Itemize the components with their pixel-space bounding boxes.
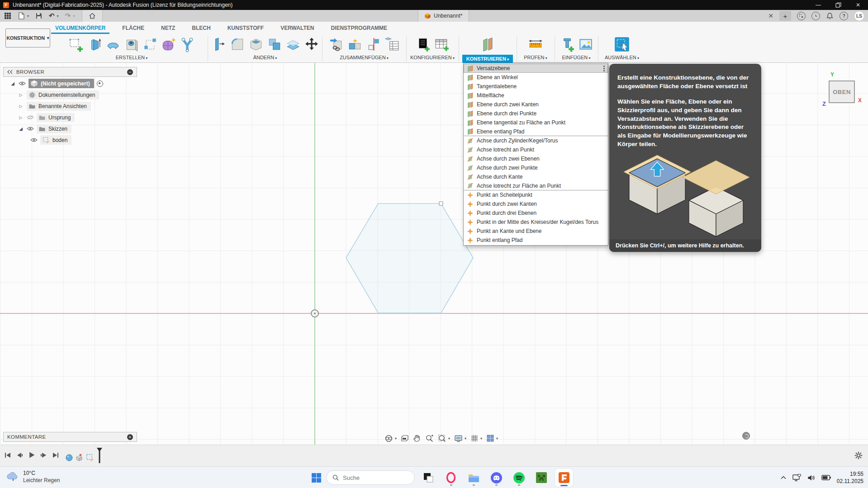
tree-row-ursprung[interactable]: ▷ Ursprung — [3, 112, 103, 123]
group-label-pruefen[interactable]: PRÜFEN — [524, 55, 547, 60]
menu-item[interactable]: Ebene tangential zu Fläche an Punkt — [464, 118, 608, 127]
pipe-icon[interactable] — [180, 37, 195, 52]
tab-flaeche[interactable]: FLÄCHE — [122, 24, 144, 33]
help-icon[interactable]: ? — [840, 12, 848, 20]
insert-fastener-icon[interactable] — [560, 37, 575, 52]
viewports-caret[interactable]: ▾ — [496, 436, 498, 441]
menu-item[interactable]: Ebene an Winkel — [464, 73, 608, 82]
fusion-app-icon[interactable] — [555, 469, 573, 487]
pattern-icon[interactable] — [142, 37, 158, 52]
eye-hidden-icon[interactable] — [27, 115, 34, 120]
tab-verwalten[interactable]: VERWALTEN — [280, 24, 314, 33]
eye-visible-icon[interactable] — [19, 81, 26, 86]
menu-item[interactable]: Ebene entlang Pfad — [464, 127, 608, 136]
viewports-icon[interactable] — [486, 434, 494, 442]
spotify-app-icon[interactable] — [510, 469, 528, 487]
create-form-icon[interactable] — [161, 37, 176, 52]
app-grid-icon[interactable] — [4, 12, 11, 19]
measure-icon[interactable] — [528, 37, 543, 52]
group-label-erstellen[interactable]: ERSTELLEN — [116, 55, 147, 60]
menu-item[interactable]: Punkt an Kante und Ebene — [464, 227, 608, 236]
shell-icon[interactable] — [248, 37, 264, 52]
body-error-feature-icon[interactable] — [76, 454, 83, 461]
save-icon[interactable] — [35, 12, 43, 19]
hexagon-sketch[interactable] — [344, 201, 476, 316]
press-pull-icon[interactable] — [211, 37, 227, 52]
create-sketch-icon[interactable] — [68, 37, 84, 52]
group-label-konstruieren[interactable]: KONSTRUIEREN — [462, 55, 513, 63]
add-comment-button[interactable]: + — [127, 434, 133, 440]
extensions-icon[interactable] — [797, 12, 806, 20]
extrude-icon[interactable] — [87, 37, 102, 52]
comments-panel-header[interactable]: KOMMENTARE + — [3, 432, 137, 442]
new-tab-button[interactable]: + — [779, 11, 791, 21]
menu-item[interactable]: Achse durch zwei Punkte — [464, 163, 608, 172]
menu-item[interactable]: Ebene durch zwei Kanten — [464, 100, 608, 109]
tab-kunststoff[interactable]: KUNSTSTOFF — [228, 24, 264, 33]
menu-item[interactable]: Achse lotrecht zur Fläche an Punkt — [464, 181, 608, 190]
minecraft-app-icon[interactable] — [532, 469, 550, 487]
look-at-icon[interactable] — [401, 434, 409, 442]
browser-collapse-button[interactable]: − — [127, 69, 133, 75]
combine-icon[interactable] — [267, 37, 282, 52]
eye-visible-icon[interactable] — [27, 126, 34, 131]
menu-item[interactable]: Achse lotrecht an Punkt — [464, 145, 608, 154]
configuration-icon[interactable] — [416, 37, 431, 52]
volume-icon[interactable] — [807, 474, 816, 481]
revolve-icon[interactable] — [105, 37, 121, 52]
menu-item[interactable]: Punkt an Scheitelpunkt — [464, 190, 608, 199]
notifications-bell-icon[interactable] — [826, 12, 834, 20]
display-settings-icon[interactable] — [454, 434, 463, 443]
menu-item[interactable]: Ebene durch drei Punkte — [464, 109, 608, 118]
redo-icon[interactable]: ↷ — [65, 12, 71, 20]
close-tab-icon[interactable]: ✕ — [768, 12, 773, 19]
insert-derive-icon[interactable] — [329, 37, 344, 52]
fit-view-icon[interactable] — [438, 434, 446, 443]
sphere-feature-icon[interactable] — [66, 454, 73, 461]
menu-item[interactable]: Achse durch Zylinder/Kegel/Torus — [464, 136, 608, 145]
battery-icon[interactable] — [821, 475, 831, 480]
tree-row-benannte-ansichten[interactable]: ▷ Benannte Ansichten — [3, 100, 103, 112]
menu-item[interactable]: Punkt in der Mitte des Kreises/der Kugel… — [464, 218, 608, 227]
start-button[interactable] — [311, 473, 322, 483]
expander-closed-icon[interactable]: ▷ — [18, 115, 24, 120]
construction-plane-icon[interactable] — [479, 36, 496, 52]
menu-item[interactable]: Punkt entlang Pfad — [464, 236, 608, 245]
theme-toggle-app-icon[interactable] — [419, 469, 437, 487]
redo-history-caret[interactable]: ▾ — [73, 14, 75, 18]
tree-row-document[interactable]: ◢ (Nicht gespeichert) — [3, 78, 103, 89]
viewcube[interactable]: OBEN — [829, 81, 855, 103]
group-label-einfuegen[interactable]: EINFÜGEN — [562, 55, 590, 60]
account-avatar[interactable]: LS — [854, 11, 864, 21]
pan-icon[interactable] — [413, 434, 421, 442]
group-label-konfigurieren[interactable]: KONFIGURIEREN — [410, 55, 455, 60]
group-label-auswaehlen[interactable]: AUSWÄHLEN — [605, 55, 639, 60]
document-tab[interactable]: Unbenannt* — [418, 10, 469, 22]
grid-settings-caret[interactable]: ▾ — [480, 436, 482, 441]
go-to-end-icon[interactable] — [52, 452, 59, 459]
display-settings-caret[interactable]: ▾ — [465, 436, 466, 441]
undo-icon[interactable]: ↶ — [49, 12, 55, 20]
split-body-icon[interactable] — [285, 37, 301, 52]
sketch-point-handle[interactable] — [439, 202, 443, 205]
tree-row-boden[interactable]: boden — [3, 134, 103, 146]
align-icon[interactable] — [366, 37, 381, 52]
close-window-button[interactable]: ✕ — [848, 0, 868, 10]
assistant-icon[interactable] — [742, 432, 750, 440]
search-input[interactable] — [343, 474, 402, 481]
tree-row-dokumenteinstellungen[interactable]: ▷ Dokumenteinstellungen — [3, 89, 103, 100]
menu-item[interactable]: Achse durch zwei Ebenen — [464, 154, 608, 163]
cast-display-icon[interactable] — [792, 474, 802, 482]
file-explorer-app-icon[interactable] — [465, 469, 483, 487]
origin-marker[interactable] — [311, 309, 319, 317]
sketch-feature-icon[interactable] — [86, 454, 94, 461]
select-icon[interactable] — [613, 36, 631, 53]
expander-closed-icon[interactable]: ▷ — [18, 104, 24, 109]
move-icon[interactable] — [304, 37, 319, 52]
opera-gx-app-icon[interactable] — [442, 469, 460, 487]
tab-dienstprogramme[interactable]: DIENSTPROGRAMME — [331, 24, 387, 33]
zoom-icon[interactable] — [425, 434, 434, 443]
bom-table-icon[interactable] — [384, 37, 400, 52]
joint-icon[interactable] — [347, 37, 363, 52]
taskbar-search[interactable] — [326, 470, 415, 485]
